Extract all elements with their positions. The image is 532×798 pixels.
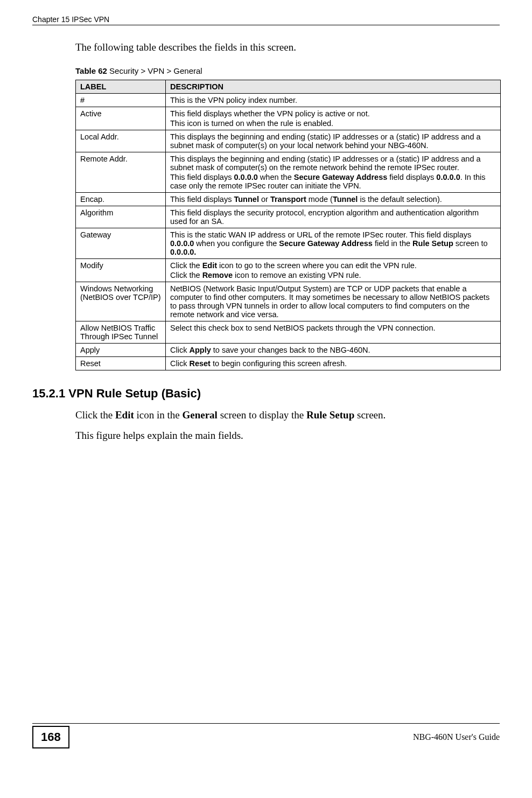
row-description: This field displays Tunnel or Transport …	[166, 193, 501, 206]
bold-text: Secure Gateway Address	[294, 173, 388, 181]
row-desc-text: This icon is turned on when the rule is …	[170, 119, 496, 128]
column-header-description: DESCRIPTION	[166, 80, 501, 94]
guide-title: NBG-460N User's Guide	[413, 732, 500, 742]
row-description: NetBIOS (Network Basic Input/Output Syst…	[166, 282, 501, 321]
t: screen.	[354, 409, 386, 421]
row-label: Allow NetBIOS Traffic Through IPSec Tunn…	[76, 321, 166, 344]
row-label: Algorithm	[76, 206, 166, 228]
t: Click	[170, 359, 189, 368]
footer-rule	[32, 723, 500, 724]
bold-text: Rule Setup	[306, 409, 354, 421]
t: This field displays	[170, 195, 234, 204]
row-label: Gateway	[76, 228, 166, 259]
bold-text: Reset	[189, 359, 211, 368]
bold-text: Remove	[202, 271, 233, 279]
table-row: Remote Addr. This displays the beginning…	[76, 152, 501, 193]
t: This is the static WAN IP address or URL…	[170, 230, 471, 239]
row-description: Select this check box to send NetBIOS pa…	[166, 321, 501, 344]
bold-text: General	[182, 409, 217, 421]
t: This field displays	[170, 173, 234, 181]
table-row: Modify Click the Edit icon to go to the …	[76, 259, 501, 282]
table-header-row: LABEL DESCRIPTION	[76, 80, 501, 94]
row-desc-text: This displays the beginning and ending (…	[170, 155, 481, 172]
row-label: Encap.	[76, 193, 166, 206]
t: Click the	[170, 271, 202, 279]
bold-text: Rule Setup	[412, 239, 453, 248]
table-row: Gateway This is the static WAN IP addres…	[76, 228, 501, 259]
bold-text: 0.0.0.0	[170, 239, 194, 248]
header-rule	[32, 25, 500, 25]
row-label: Local Addr.	[76, 130, 166, 152]
t: when the	[258, 173, 294, 181]
row-label: Reset	[76, 357, 166, 370]
bold-text: 0.0.0.0.	[170, 248, 196, 256]
row-desc-text: Click the Edit icon to go to the screen …	[170, 261, 417, 270]
body-paragraph: This figure helps explain the main field…	[75, 429, 500, 443]
t: when you configure the	[194, 239, 279, 248]
field-description-table: LABEL DESCRIPTION # This is the VPN poli…	[75, 80, 501, 370]
table-row: Apply Click Apply to save your changes b…	[76, 344, 501, 357]
t: to begin configuring this screen afresh.	[211, 359, 347, 368]
bold-text: Apply	[189, 346, 211, 354]
row-description: Click Reset to begin configuring this sc…	[166, 357, 501, 370]
t: icon in the	[134, 409, 183, 421]
table-caption: Table 62 Security > VPN > General	[75, 66, 500, 75]
table-caption-title: Security > VPN > General	[107, 66, 202, 75]
bold-text: Tunnel	[333, 195, 358, 204]
row-label: Remote Addr.	[76, 152, 166, 193]
bold-text: 0.0.0.0	[234, 173, 257, 181]
table-row: Local Addr. This displays the beginning …	[76, 130, 501, 152]
t: Click the	[75, 409, 115, 421]
row-description: This displays the beginning and ending (…	[166, 152, 501, 193]
running-header: Chapter 15 IPSec VPN	[32, 15, 500, 24]
row-label: Modify	[76, 259, 166, 282]
row-description: This field displays the security protoco…	[166, 206, 501, 228]
section-heading: 15.2.1 VPN Rule Setup (Basic)	[32, 387, 500, 401]
row-label: #	[76, 94, 166, 107]
row-description: Click Apply to save your changes back to…	[166, 344, 501, 357]
t: to save your changes back to the NBG-460…	[211, 346, 370, 354]
t: icon to go to the screen where you can e…	[217, 261, 417, 270]
row-desc-text: This field displays 0.0.0.0 when the Sec…	[170, 173, 496, 190]
row-desc-text: Click the Remove icon to remove an exist…	[170, 271, 496, 279]
bold-text: Secure Gateway Address	[279, 239, 373, 248]
t: is the default selection).	[358, 195, 442, 204]
t: screen to	[453, 239, 488, 248]
bold-text: Edit	[115, 409, 134, 421]
page-footer: 168 NBG-460N User's Guide	[32, 723, 500, 748]
row-description: This field displays whether the VPN poli…	[166, 107, 501, 130]
table-row: Active This field displays whether the V…	[76, 107, 501, 130]
t: Click the	[170, 261, 202, 270]
row-description: Click the Edit icon to go to the screen …	[166, 259, 501, 282]
row-desc-text: This field displays whether the VPN poli…	[170, 109, 370, 118]
row-label: Active	[76, 107, 166, 130]
table-row: Windows Networking (NetBIOS over TCP/IP)…	[76, 282, 501, 321]
t: field displays	[387, 173, 436, 181]
table-row: Encap. This field displays Tunnel or Tra…	[76, 193, 501, 206]
table-row: # This is the VPN policy index number.	[76, 94, 501, 107]
bold-text: 0.0.0.0	[436, 173, 460, 181]
t: or	[259, 195, 270, 204]
t: icon to remove an existing VPN rule.	[233, 271, 361, 279]
body-paragraph: Click the Edit icon in the General scree…	[75, 408, 500, 422]
row-label: Apply	[76, 344, 166, 357]
table-caption-number: Table 62	[75, 66, 107, 75]
table-row: Algorithm This field displays the securi…	[76, 206, 501, 228]
t: mode (	[306, 195, 333, 204]
row-description: This displays the beginning and ending (…	[166, 130, 501, 152]
column-header-label: LABEL	[76, 80, 166, 94]
t: Click	[170, 346, 189, 354]
bold-text: Transport	[270, 195, 306, 204]
intro-paragraph: The following table describes the fields…	[75, 41, 500, 53]
t: screen to display the	[218, 409, 306, 421]
row-description: This is the VPN policy index number.	[166, 94, 501, 107]
row-description: This is the static WAN IP address or URL…	[166, 228, 501, 259]
row-label: Windows Networking (NetBIOS over TCP/IP)	[76, 282, 166, 321]
t: field in the	[373, 239, 412, 248]
bold-text: Edit	[202, 261, 217, 270]
table-row: Reset Click Reset to begin configuring t…	[76, 357, 501, 370]
page-number: 168	[32, 726, 69, 748]
table-row: Allow NetBIOS Traffic Through IPSec Tunn…	[76, 321, 501, 344]
bold-text: Tunnel	[234, 195, 258, 204]
